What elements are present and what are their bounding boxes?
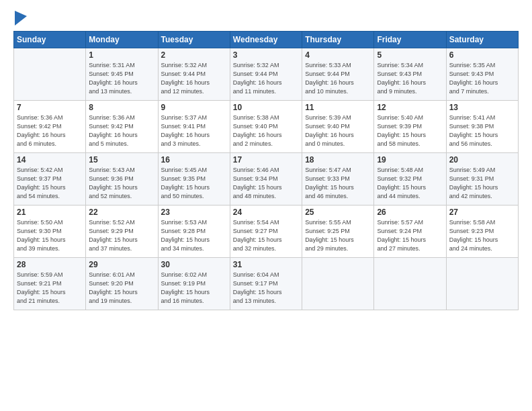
day-number: 24 — [233, 208, 299, 217]
calendar-cell: 16Sunrise: 5:45 AM Sunset: 9:35 PM Dayli… — [158, 153, 230, 205]
col-header-wednesday: Wednesday — [230, 32, 302, 48]
calendar-cell: 20Sunrise: 5:49 AM Sunset: 9:31 PM Dayli… — [446, 153, 518, 205]
day-number: 5 — [377, 50, 443, 60]
col-header-friday: Friday — [374, 32, 446, 48]
week-row-5: 28Sunrise: 5:59 AM Sunset: 9:21 PM Dayli… — [14, 258, 519, 310]
day-info: Sunrise: 6:04 AM Sunset: 9:17 PM Dayligh… — [233, 271, 299, 306]
day-number: 20 — [449, 155, 515, 165]
col-header-thursday: Thursday — [302, 32, 374, 48]
calendar-cell: 11Sunrise: 5:39 AM Sunset: 9:40 PM Dayli… — [302, 101, 374, 153]
day-info: Sunrise: 5:58 AM Sunset: 9:23 PM Dayligh… — [449, 218, 515, 253]
day-number: 29 — [89, 260, 154, 269]
calendar-cell: 30Sunrise: 6:02 AM Sunset: 9:19 PM Dayli… — [158, 258, 230, 310]
day-info: Sunrise: 5:46 AM Sunset: 9:34 PM Dayligh… — [233, 166, 299, 201]
header — [13, 12, 519, 26]
col-header-tuesday: Tuesday — [158, 32, 230, 48]
calendar-cell: 10Sunrise: 5:38 AM Sunset: 9:40 PM Dayli… — [230, 101, 302, 153]
day-number: 21 — [17, 208, 83, 217]
day-info: Sunrise: 6:01 AM Sunset: 9:20 PM Dayligh… — [89, 271, 154, 306]
col-header-saturday: Saturday — [446, 32, 518, 48]
calendar-cell: 12Sunrise: 5:40 AM Sunset: 9:39 PM Dayli… — [374, 101, 446, 153]
day-number: 14 — [17, 155, 83, 165]
calendar-cell — [446, 258, 518, 310]
calendar-cell: 28Sunrise: 5:59 AM Sunset: 9:21 PM Dayli… — [14, 258, 86, 310]
day-number: 8 — [89, 103, 154, 112]
week-row-4: 21Sunrise: 5:50 AM Sunset: 9:30 PM Dayli… — [14, 205, 519, 258]
day-info: Sunrise: 5:59 AM Sunset: 9:21 PM Dayligh… — [17, 271, 83, 306]
day-info: Sunrise: 5:48 AM Sunset: 9:32 PM Dayligh… — [377, 166, 443, 201]
calendar-cell: 7Sunrise: 5:36 AM Sunset: 9:42 PM Daylig… — [14, 101, 86, 153]
day-number: 15 — [89, 155, 154, 165]
calendar-cell: 5Sunrise: 5:34 AM Sunset: 9:43 PM Daylig… — [374, 48, 446, 101]
day-number: 25 — [305, 208, 371, 217]
calendar-cell: 21Sunrise: 5:50 AM Sunset: 9:30 PM Dayli… — [14, 205, 86, 258]
day-number: 31 — [233, 260, 299, 269]
day-info: Sunrise: 5:43 AM Sunset: 9:36 PM Dayligh… — [89, 166, 154, 201]
day-number: 13 — [449, 103, 515, 112]
day-info: Sunrise: 5:32 AM Sunset: 9:44 PM Dayligh… — [161, 61, 227, 96]
calendar-cell: 25Sunrise: 5:55 AM Sunset: 9:25 PM Dayli… — [302, 205, 374, 258]
logo-icon — [15, 11, 27, 26]
day-info: Sunrise: 5:37 AM Sunset: 9:41 PM Dayligh… — [161, 113, 227, 148]
calendar-cell: 19Sunrise: 5:48 AM Sunset: 9:32 PM Dayli… — [374, 153, 446, 205]
day-number: 3 — [233, 50, 299, 60]
calendar-cell: 18Sunrise: 5:47 AM Sunset: 9:33 PM Dayli… — [302, 153, 374, 205]
day-info: Sunrise: 5:47 AM Sunset: 9:33 PM Dayligh… — [305, 166, 371, 201]
week-row-1: 1Sunrise: 5:31 AM Sunset: 9:45 PM Daylig… — [14, 48, 519, 101]
calendar-cell — [14, 48, 86, 101]
calendar-header-row: SundayMondayTuesdayWednesdayThursdayFrid… — [14, 32, 519, 48]
day-info: Sunrise: 5:36 AM Sunset: 9:42 PM Dayligh… — [89, 113, 154, 148]
logo — [13, 12, 27, 26]
day-info: Sunrise: 5:36 AM Sunset: 9:42 PM Dayligh… — [17, 113, 83, 148]
calendar-cell: 14Sunrise: 5:42 AM Sunset: 9:37 PM Dayli… — [14, 153, 86, 205]
calendar-cell: 29Sunrise: 6:01 AM Sunset: 9:20 PM Dayli… — [86, 258, 158, 310]
day-info: Sunrise: 5:42 AM Sunset: 9:37 PM Dayligh… — [17, 166, 83, 201]
day-number: 18 — [305, 155, 371, 165]
day-number: 19 — [377, 155, 443, 165]
day-number: 10 — [233, 103, 299, 112]
col-header-monday: Monday — [86, 32, 158, 48]
day-number: 28 — [17, 260, 83, 269]
calendar-cell — [302, 258, 374, 310]
day-number: 7 — [17, 103, 83, 112]
day-info: Sunrise: 5:54 AM Sunset: 9:27 PM Dayligh… — [233, 218, 299, 253]
day-info: Sunrise: 5:49 AM Sunset: 9:31 PM Dayligh… — [449, 166, 515, 201]
day-info: Sunrise: 5:35 AM Sunset: 9:43 PM Dayligh… — [449, 61, 515, 96]
day-info: Sunrise: 5:34 AM Sunset: 9:43 PM Dayligh… — [377, 61, 443, 96]
day-info: Sunrise: 5:45 AM Sunset: 9:35 PM Dayligh… — [161, 166, 227, 201]
week-row-3: 14Sunrise: 5:42 AM Sunset: 9:37 PM Dayli… — [14, 153, 519, 205]
calendar-cell: 4Sunrise: 5:33 AM Sunset: 9:44 PM Daylig… — [302, 48, 374, 101]
day-info: Sunrise: 5:38 AM Sunset: 9:40 PM Dayligh… — [233, 113, 299, 148]
day-number: 1 — [89, 50, 154, 60]
day-info: Sunrise: 5:57 AM Sunset: 9:24 PM Dayligh… — [377, 218, 443, 253]
day-info: Sunrise: 5:32 AM Sunset: 9:44 PM Dayligh… — [233, 61, 299, 96]
day-info: Sunrise: 5:39 AM Sunset: 9:40 PM Dayligh… — [305, 113, 371, 148]
day-number: 30 — [161, 260, 227, 269]
day-number: 12 — [377, 103, 443, 112]
day-number: 2 — [161, 50, 227, 60]
day-number: 17 — [233, 155, 299, 165]
day-number: 16 — [161, 155, 227, 165]
day-number: 22 — [89, 208, 154, 217]
calendar-cell: 3Sunrise: 5:32 AM Sunset: 9:44 PM Daylig… — [230, 48, 302, 101]
day-number: 27 — [449, 208, 515, 217]
day-number: 9 — [161, 103, 227, 112]
calendar-cell: 23Sunrise: 5:53 AM Sunset: 9:28 PM Dayli… — [158, 205, 230, 258]
day-number: 26 — [377, 208, 443, 217]
calendar-cell: 1Sunrise: 5:31 AM Sunset: 9:45 PM Daylig… — [86, 48, 158, 101]
calendar-cell — [374, 258, 446, 310]
col-header-sunday: Sunday — [14, 32, 86, 48]
calendar-cell: 8Sunrise: 5:36 AM Sunset: 9:42 PM Daylig… — [86, 101, 158, 153]
day-info: Sunrise: 5:33 AM Sunset: 9:44 PM Dayligh… — [305, 61, 371, 96]
calendar-page: SundayMondayTuesdayWednesdayThursdayFrid… — [0, 0, 532, 411]
day-info: Sunrise: 6:02 AM Sunset: 9:19 PM Dayligh… — [161, 271, 227, 306]
day-info: Sunrise: 5:55 AM Sunset: 9:25 PM Dayligh… — [305, 218, 371, 253]
svg-marker-0 — [15, 11, 27, 26]
day-info: Sunrise: 5:31 AM Sunset: 9:45 PM Dayligh… — [89, 61, 154, 96]
day-info: Sunrise: 5:40 AM Sunset: 9:39 PM Dayligh… — [377, 113, 443, 148]
calendar-cell: 22Sunrise: 5:52 AM Sunset: 9:29 PM Dayli… — [86, 205, 158, 258]
day-info: Sunrise: 5:53 AM Sunset: 9:28 PM Dayligh… — [161, 218, 227, 253]
calendar-cell: 15Sunrise: 5:43 AM Sunset: 9:36 PM Dayli… — [86, 153, 158, 205]
day-info: Sunrise: 5:41 AM Sunset: 9:38 PM Dayligh… — [449, 113, 515, 148]
calendar-table: SundayMondayTuesdayWednesdayThursdayFrid… — [13, 31, 519, 310]
